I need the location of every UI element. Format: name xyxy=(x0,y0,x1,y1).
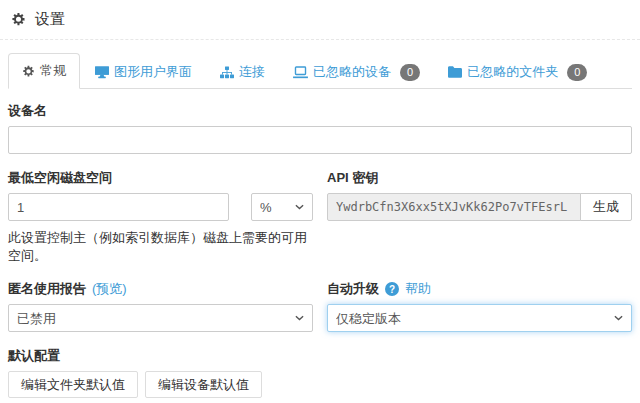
edit-device-defaults-button[interactable]: 编辑设备默认值 xyxy=(145,371,262,398)
defaults-group: 默认配置 编辑文件夹默认值 编辑设备默认值 xyxy=(8,347,632,398)
dialog-title: 设置 xyxy=(35,10,65,29)
auto-upgrade-label: 自动升级 xyxy=(327,280,379,298)
monitor-icon xyxy=(95,66,109,79)
tab-label: 已忽略的设备 xyxy=(313,63,391,81)
min-disk-free-unit-select[interactable]: % xyxy=(251,193,313,221)
auto-upgrade-help-link[interactable]: 帮助 xyxy=(405,280,431,298)
min-disk-free-label: 最低空闲磁盘空间 xyxy=(8,169,313,187)
usage-reporting-select[interactable]: 已禁用 xyxy=(8,304,313,332)
api-key-input xyxy=(327,193,581,221)
device-name-label: 设备名 xyxy=(8,102,632,120)
tab-label: 已忽略的文件夹 xyxy=(467,63,558,81)
tab-ignored-folders[interactable]: 已忽略的文件夹 0 xyxy=(435,55,600,89)
tab-connections[interactable]: 连接 xyxy=(207,55,278,89)
min-disk-free-help: 此设置控制主（例如索引数据库）磁盘上需要的可用空间。 xyxy=(8,229,313,265)
gear-icon xyxy=(22,65,35,78)
usage-reporting-label: 匿名使用报告 xyxy=(8,280,86,298)
sitemap-icon xyxy=(220,66,234,79)
device-name-input[interactable] xyxy=(8,126,632,154)
gear-icon xyxy=(11,12,26,27)
tab-gui[interactable]: 图形用户界面 xyxy=(82,55,205,89)
general-tab-panel: 设备名 最低空闲磁盘空间 % 此设置控制主（例如索引数 xyxy=(8,89,632,398)
settings-dialog-header: 设置 xyxy=(0,0,640,40)
laptop-icon xyxy=(293,66,308,79)
folder-icon xyxy=(448,66,462,78)
question-circle-icon: ? xyxy=(385,282,399,296)
disk-api-row: 最低空闲磁盘空间 % 此设置控制主（例如索引数据库）磁盘上需要的可用空间。 xyxy=(8,169,632,265)
min-disk-free-group: 最低空闲磁盘空间 % 此设置控制主（例如索引数据库）磁盘上需要的可用空间。 xyxy=(8,169,313,265)
tab-general[interactable]: 常规 xyxy=(8,53,80,89)
min-disk-free-input[interactable] xyxy=(8,193,229,221)
ignored-devices-count-badge: 0 xyxy=(400,64,420,81)
edit-folder-defaults-button[interactable]: 编辑文件夹默认值 xyxy=(8,371,138,398)
auto-upgrade-select[interactable]: 仅稳定版本 xyxy=(327,304,632,332)
api-key-group: API 密钥 生成 xyxy=(327,169,632,265)
tab-label: 常规 xyxy=(40,62,66,80)
settings-dialog-body: 常规 图形用户界面 连接 已忽略的设备 0 已忽略的文件夹 0 xyxy=(0,40,640,403)
tab-ignored-devices[interactable]: 已忽略的设备 0 xyxy=(280,55,433,89)
tab-label: 连接 xyxy=(239,63,265,81)
defaults-label: 默认配置 xyxy=(8,347,632,365)
auto-upgrade-group: 自动升级 ? 帮助 仅稳定版本 xyxy=(327,280,632,332)
ignored-folders-count-badge: 0 xyxy=(567,64,587,81)
tab-label: 图形用户界面 xyxy=(114,63,192,81)
usage-reporting-preview-link[interactable]: (预览) xyxy=(92,280,127,298)
usage-reporting-group: 匿名使用报告 (预览) 已禁用 xyxy=(8,280,313,332)
api-key-label: API 密钥 xyxy=(327,169,632,187)
reporting-upgrade-row: 匿名使用报告 (预览) 已禁用 自动升级 ? 帮助 xyxy=(8,280,632,332)
device-name-row: 设备名 xyxy=(8,102,632,154)
settings-tabs: 常规 图形用户界面 连接 已忽略的设备 0 已忽略的文件夹 0 xyxy=(8,53,632,89)
generate-api-key-button[interactable]: 生成 xyxy=(580,193,632,221)
